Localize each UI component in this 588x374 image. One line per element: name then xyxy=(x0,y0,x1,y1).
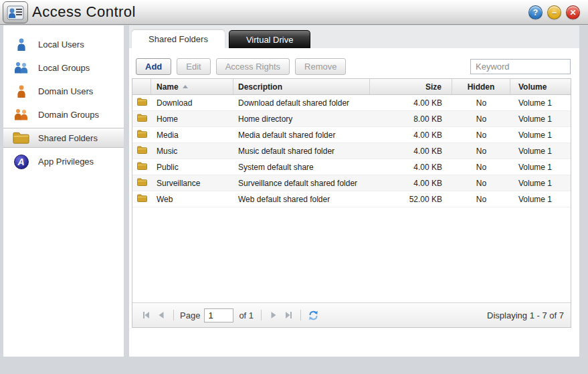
table-row[interactable]: Home Home directory 8.00 KB No Volume 1 xyxy=(132,111,571,127)
page-of-label: of 1 xyxy=(239,310,254,320)
titlebar: Access Control ? − ✕ xyxy=(0,0,588,25)
access-control-app-icon xyxy=(3,1,28,23)
folder-icon xyxy=(137,130,147,140)
cell-hidden: No xyxy=(452,95,510,110)
column-header-name[interactable]: Name xyxy=(151,79,233,94)
window-controls: ? − ✕ xyxy=(528,5,580,19)
local-groups-icon xyxy=(13,60,29,76)
sidebar-item-shared-folders[interactable]: Shared Folders xyxy=(3,128,124,148)
cell-name: Download xyxy=(151,95,233,110)
add-button[interactable]: Add xyxy=(136,58,171,75)
table-row[interactable]: Music Music default shared folder 4.00 K… xyxy=(132,143,571,159)
column-header-hidden[interactable]: Hidden xyxy=(452,79,510,94)
app-privileges-icon: A xyxy=(13,153,29,170)
page-number-input[interactable] xyxy=(204,308,233,322)
column-header-size[interactable]: Size xyxy=(370,79,452,94)
cell-size: 4.00 KB xyxy=(370,159,452,175)
minimize-button[interactable]: − xyxy=(547,5,561,19)
cell-description: Surveillance default shared folder xyxy=(233,175,370,191)
next-page-button[interactable] xyxy=(266,308,281,322)
domain-groups-icon xyxy=(13,106,29,123)
cell-size: 4.00 KB xyxy=(370,127,452,143)
pagebar-divider xyxy=(300,310,301,320)
sidebar-item-label: Local Groups xyxy=(38,63,90,73)
table-header: Name Description Size Hidden Volume xyxy=(132,79,571,95)
cell-hidden: No xyxy=(452,143,510,159)
folder-icon xyxy=(137,114,147,124)
help-button[interactable]: ? xyxy=(528,5,543,19)
cell-name: Surveillance xyxy=(151,175,233,191)
column-header-icon xyxy=(132,79,151,94)
cell-volume: Volume 1 xyxy=(510,111,571,126)
close-button[interactable]: ✕ xyxy=(566,5,580,19)
cell-hidden: No xyxy=(452,159,510,175)
access-rights-button[interactable]: Access Rights xyxy=(216,58,290,75)
sidebar-item-domain-users[interactable]: Domain Users xyxy=(3,80,124,103)
table-row[interactable]: Web Web default shared folder 52.00 KB N… xyxy=(132,191,571,207)
cell-volume: Volume 1 xyxy=(510,159,571,175)
page-title: Access Control xyxy=(32,3,136,21)
cell-hidden: No xyxy=(452,111,510,126)
domain-users-icon xyxy=(13,83,29,100)
column-header-description[interactable]: Description xyxy=(233,79,370,94)
page-label: Page xyxy=(180,310,200,320)
previous-page-button[interactable] xyxy=(154,308,169,322)
cell-volume: Volume 1 xyxy=(510,191,571,207)
cell-name: Music xyxy=(151,143,233,159)
cell-hidden: No xyxy=(452,175,510,191)
cell-volume: Volume 1 xyxy=(510,143,571,159)
shared-folders-icon xyxy=(13,130,29,147)
sidebar-item-label: Local Users xyxy=(38,39,84,50)
sidebar-item-local-users[interactable]: Local Users xyxy=(3,33,124,56)
cell-name: Public xyxy=(151,159,233,175)
pagebar-divider xyxy=(173,310,174,320)
tab-strip: Shared Folders Virtual Drive xyxy=(129,25,579,48)
refresh-button[interactable] xyxy=(306,308,320,322)
sidebar-item-label: Domain Users xyxy=(38,86,93,96)
folder-icon xyxy=(137,162,147,172)
cell-hidden: No xyxy=(452,191,510,207)
pagination-bar: Page of 1 xyxy=(132,302,571,327)
local-users-icon xyxy=(13,36,29,53)
table-row[interactable]: Public System default share 4.00 KB No V… xyxy=(132,159,571,175)
sidebar-item-domain-groups[interactable]: Domain Groups xyxy=(3,103,124,126)
last-page-button[interactable] xyxy=(281,308,296,322)
tab-content: Add Edit Access Rights Remove Name Descr… xyxy=(129,48,579,328)
table-row[interactable]: Download Download default shared folder … xyxy=(132,95,571,111)
cell-size: 4.00 KB xyxy=(370,143,452,159)
sidebar: Local Users Local Groups Domain Users xyxy=(3,25,124,357)
keyword-search-input[interactable] xyxy=(470,59,571,74)
folder-icon xyxy=(137,194,147,204)
cell-description: Music default shared folder xyxy=(233,143,370,159)
sidebar-item-app-privileges[interactable]: A App Privileges xyxy=(3,150,124,173)
sidebar-item-label: App Privileges xyxy=(38,157,94,167)
cell-description: Download default shared folder xyxy=(233,95,370,110)
cell-size: 4.00 KB xyxy=(370,95,452,110)
first-page-button[interactable] xyxy=(139,308,154,322)
edit-button[interactable]: Edit xyxy=(177,58,210,75)
tab-virtual-drive[interactable]: Virtual Drive xyxy=(229,30,311,48)
cell-name: Web xyxy=(151,191,233,207)
table-body: Download Download default shared folder … xyxy=(132,95,571,302)
sidebar-item-label: Domain Groups xyxy=(38,110,99,120)
toolbar: Add Edit Access Rights Remove xyxy=(132,58,579,75)
shared-folders-table: Name Description Size Hidden Volume xyxy=(132,78,571,328)
folder-icon xyxy=(137,98,147,108)
cell-description: System default share xyxy=(233,159,370,175)
displaying-status: Displaying 1 - 7 of 7 xyxy=(487,310,564,320)
table-row[interactable]: Media Media default shared folder 4.00 K… xyxy=(132,127,571,143)
access-control-window: { "window": { "title": "Access Control",… xyxy=(0,0,588,374)
column-header-volume[interactable]: Volume xyxy=(510,79,571,94)
cell-volume: Volume 1 xyxy=(510,127,571,143)
tab-shared-folders[interactable]: Shared Folders xyxy=(132,30,225,48)
cell-size: 8.00 KB xyxy=(370,111,452,126)
sort-ascending-icon xyxy=(183,85,188,88)
folder-icon xyxy=(137,178,147,188)
cell-name: Media xyxy=(151,127,233,143)
pagebar-divider xyxy=(261,310,262,320)
cell-name: Home xyxy=(151,111,233,126)
remove-button[interactable]: Remove xyxy=(295,58,346,75)
cell-description: Home directory xyxy=(233,111,370,126)
table-row[interactable]: Surveillance Surveillance default shared… xyxy=(132,175,571,191)
sidebar-item-local-groups[interactable]: Local Groups xyxy=(3,56,124,80)
